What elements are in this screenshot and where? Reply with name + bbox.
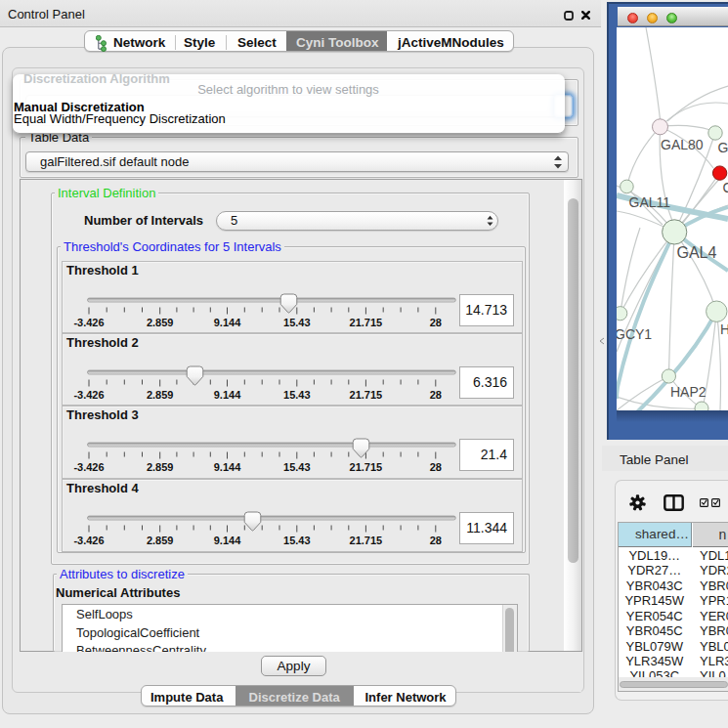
svg-text:H: H [720,321,728,336]
svg-text:9.144: 9.144 [214,316,241,327]
svg-text:15.43: 15.43 [283,534,311,545]
svg-text:2.859: 2.859 [147,388,174,400]
svg-text:21.715: 21.715 [350,534,383,545]
svg-text:15.43: 15.43 [283,316,311,327]
svg-text:-3.426: -3.426 [73,534,104,545]
svg-text:2.859: 2.859 [147,316,174,327]
svg-text:C..: C.. [723,180,728,195]
svg-text:-3.426: -3.426 [73,388,104,400]
svg-text:GAL11: GAL11 [629,194,671,210]
svg-text:28: 28 [430,460,442,472]
svg-text:G..: G.. [718,140,728,155]
svg-text:21.715: 21.715 [350,460,383,472]
svg-text:GCY1: GCY1 [617,326,652,342]
svg-text:2.859: 2.859 [147,460,174,472]
svg-text:9.144: 9.144 [214,460,241,472]
svg-text:21.715: 21.715 [350,388,383,400]
svg-text:HAP2: HAP2 [670,383,707,399]
svg-text:GAL80: GAL80 [661,136,704,151]
svg-text:21.715: 21.715 [350,316,383,327]
svg-text:28: 28 [430,534,442,545]
svg-text:9.144: 9.144 [214,534,241,545]
svg-text:28: 28 [430,388,442,400]
svg-text:2.859: 2.859 [147,534,174,545]
svg-text:-3.426: -3.426 [73,316,104,327]
svg-text:9.144: 9.144 [214,388,241,400]
svg-text:15.43: 15.43 [283,460,311,472]
svg-text:-3.426: -3.426 [73,460,104,472]
svg-text:28: 28 [430,316,442,327]
svg-text:15.43: 15.43 [283,388,311,400]
svg-text:GAL4: GAL4 [677,244,717,261]
